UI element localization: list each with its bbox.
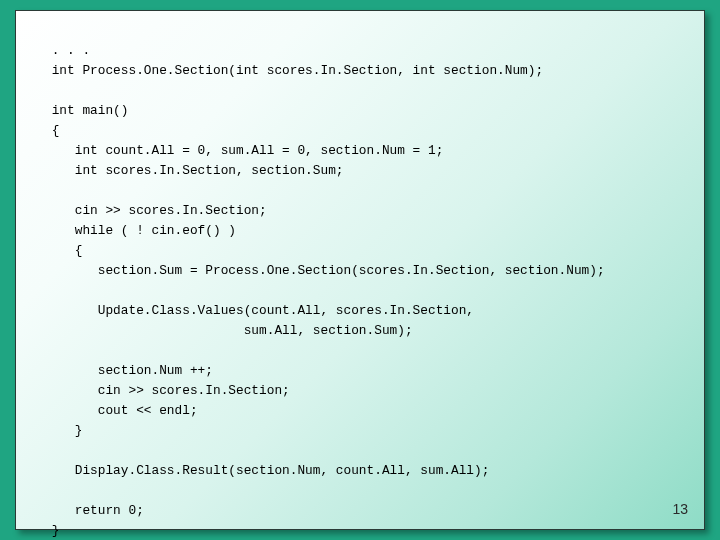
code-line: return 0; xyxy=(44,503,144,518)
code-line: Update.Class.Values(count.All, scores.In… xyxy=(44,303,474,318)
page-number: 13 xyxy=(672,501,688,517)
code-line: int Process.One.Section(int scores.In.Se… xyxy=(44,63,543,78)
code-line: int scores.In.Section, section.Sum; xyxy=(44,163,344,178)
code-line: { xyxy=(44,123,59,138)
code-line: int main() xyxy=(44,103,128,118)
code-line: { xyxy=(44,243,82,258)
code-line: . . . xyxy=(44,43,90,58)
code-line: Display.Class.Result(section.Num, count.… xyxy=(44,463,489,478)
code-line: } xyxy=(44,423,82,438)
code-line: cout << endl; xyxy=(44,403,198,418)
code-line: while ( ! cin.eof() ) xyxy=(44,223,236,238)
code-line: } xyxy=(44,523,59,538)
slide: . . . int Process.One.Section(int scores… xyxy=(15,10,705,530)
code-block: . . . int Process.One.Section(int scores… xyxy=(44,21,686,540)
code-line: section.Num ++; xyxy=(44,363,213,378)
code-line: cin >> scores.In.Section; xyxy=(44,203,267,218)
code-line: int count.All = 0, sum.All = 0, section.… xyxy=(44,143,443,158)
code-line: section.Sum = Process.One.Section(scores… xyxy=(44,263,605,278)
code-line: sum.All, section.Sum); xyxy=(44,323,413,338)
code-line: cin >> scores.In.Section; xyxy=(44,383,290,398)
